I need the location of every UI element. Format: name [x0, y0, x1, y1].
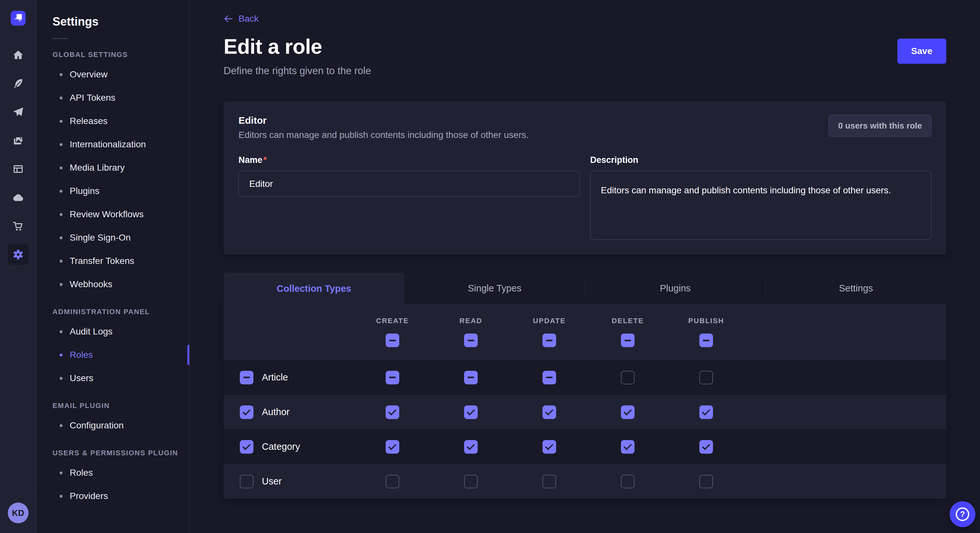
role-card-heading: Editor Editors can manage and publish co… — [239, 115, 528, 140]
table-row-author: Author — [224, 395, 946, 429]
bullet-icon — [60, 167, 62, 169]
user-delete-checkbox[interactable] — [621, 475, 635, 488]
select-all-delete-checkbox[interactable] — [621, 333, 635, 347]
bullet-icon — [60, 97, 62, 99]
main-nav-rail: KD — [0, 0, 37, 533]
table-row-category: Category — [224, 429, 946, 464]
column-label: UPDATE — [533, 317, 566, 325]
article-publish-checkbox[interactable] — [699, 371, 713, 384]
back-link[interactable]: Back — [224, 14, 259, 24]
rail-item-marketplace[interactable] — [4, 212, 32, 240]
sidebar-item-configuration[interactable]: Configuration — [37, 414, 189, 437]
home-icon — [12, 49, 24, 61]
sidebar-item-media-library[interactable]: Media Library — [37, 156, 189, 179]
row-checkbox[interactable] — [240, 405, 253, 419]
bullet-icon — [60, 190, 62, 193]
users-count-badge[interactable]: 0 users with this role — [829, 115, 931, 136]
sidebar-item-label: Plugins — [70, 186, 100, 196]
sidebar-item-releases[interactable]: Releases — [37, 109, 189, 133]
category-update-checkbox[interactable] — [542, 440, 556, 454]
column-label: DELETE — [612, 317, 644, 325]
sidebar-item-up-roles[interactable]: Roles — [37, 461, 189, 484]
avatar-initials: KD — [12, 508, 25, 518]
role-name-heading: Editor — [239, 115, 528, 126]
name-input[interactable] — [239, 171, 580, 197]
column-label: CREATE — [376, 317, 409, 325]
user-update-checkbox[interactable] — [542, 475, 556, 488]
rail-item-releases[interactable] — [4, 98, 32, 126]
role-card-top: Editor Editors can manage and publish co… — [239, 115, 931, 140]
user-publish-checkbox[interactable] — [699, 475, 713, 488]
select-all-update-checkbox[interactable] — [542, 333, 556, 347]
rail-item-content-builder[interactable] — [4, 69, 32, 98]
author-update-checkbox[interactable] — [542, 405, 556, 419]
sidebar-item-webhooks[interactable]: Webhooks — [37, 273, 189, 296]
subnav-title: Settings — [37, 0, 189, 29]
author-publish-checkbox[interactable] — [699, 405, 713, 419]
row-checkbox[interactable] — [240, 371, 253, 384]
sidebar-item-label: Configuration — [70, 420, 124, 431]
category-publish-checkbox[interactable] — [699, 440, 713, 454]
column-label: READ — [460, 317, 482, 325]
row-checkbox[interactable] — [240, 440, 253, 454]
author-delete-checkbox[interactable] — [621, 405, 635, 419]
sidebar-item-transfer-tokens[interactable]: Transfer Tokens — [37, 249, 189, 273]
select-all-create-checkbox[interactable] — [386, 333, 399, 347]
description-textarea[interactable]: Editors can manage and publish contents … — [590, 171, 931, 240]
user-read-checkbox[interactable] — [464, 475, 478, 488]
sidebar-item-label: Users — [70, 373, 93, 383]
sidebar-item-audit-logs[interactable]: Audit Logs — [37, 320, 189, 343]
sidebar-item-label: Internationalization — [70, 139, 146, 150]
category-read-checkbox[interactable] — [464, 440, 478, 454]
tab-settings[interactable]: Settings — [766, 273, 947, 305]
sidebar-item-label: Providers — [70, 491, 108, 501]
rail-item-home[interactable] — [4, 41, 32, 69]
table-row-article: Article — [224, 360, 946, 395]
sidebar-item-single-sign-on[interactable]: Single Sign-On — [37, 226, 189, 249]
rail-item-settings[interactable] — [4, 240, 32, 269]
row-label: Article — [262, 372, 288, 383]
column-create: CREATE — [353, 317, 432, 347]
description-field-label: Description — [590, 155, 638, 165]
sidebar-item-review-workflows[interactable]: Review Workflows — [37, 203, 189, 226]
rail-item-content-manager[interactable] — [4, 155, 32, 183]
rail-item-cloud[interactable] — [4, 183, 32, 212]
sidebar-item-internationalization[interactable]: Internationalization — [37, 133, 189, 156]
user-avatar[interactable]: KD — [8, 503, 29, 523]
sidebar-item-admin-roles[interactable]: Roles — [37, 343, 189, 366]
nav-group-users-permissions-plugin: USERS & PERMISSIONS PLUGIN Roles Provide… — [37, 449, 189, 508]
sidebar-item-overview[interactable]: Overview — [37, 63, 189, 86]
help-button[interactable]: ? — [950, 501, 975, 527]
article-create-checkbox[interactable] — [386, 371, 399, 384]
section-label-users-permissions-plugin: USERS & PERMISSIONS PLUGIN — [52, 449, 189, 457]
bullet-icon — [60, 236, 62, 239]
category-delete-checkbox[interactable] — [621, 440, 635, 454]
category-create-checkbox[interactable] — [386, 440, 399, 454]
select-all-publish-checkbox[interactable] — [699, 333, 713, 347]
author-create-checkbox[interactable] — [386, 405, 399, 419]
save-button[interactable]: Save — [897, 38, 946, 64]
bullet-icon — [60, 377, 62, 380]
sidebar-item-users[interactable]: Users — [37, 366, 189, 390]
article-update-checkbox[interactable] — [542, 371, 556, 384]
tab-plugins[interactable]: Plugins — [585, 273, 766, 305]
sidebar-item-label: Releases — [70, 116, 108, 126]
select-all-read-checkbox[interactable] — [464, 333, 478, 347]
tab-single-types[interactable]: Single Types — [404, 273, 585, 305]
strapi-logo[interactable] — [11, 11, 25, 25]
sidebar-item-providers[interactable]: Providers — [37, 484, 189, 508]
user-create-checkbox[interactable] — [386, 475, 399, 488]
section-label-global-settings: GLOBAL SETTINGS — [52, 51, 189, 59]
sidebar-item-plugins[interactable]: Plugins — [37, 179, 189, 203]
article-delete-checkbox[interactable] — [621, 371, 635, 384]
rail-item-media-library[interactable] — [4, 126, 32, 155]
author-read-checkbox[interactable] — [464, 405, 478, 419]
sidebar-item-label: Roles — [70, 468, 93, 478]
page-title: Edit a role — [224, 35, 371, 59]
sidebar-item-api-tokens[interactable]: API Tokens — [37, 86, 189, 109]
page-header: Edit a role Define the rights given to t… — [224, 35, 946, 77]
article-read-checkbox[interactable] — [464, 371, 478, 384]
bullet-icon — [60, 330, 62, 333]
tab-collection-types[interactable]: Collection Types — [224, 273, 404, 305]
row-checkbox[interactable] — [240, 475, 253, 488]
